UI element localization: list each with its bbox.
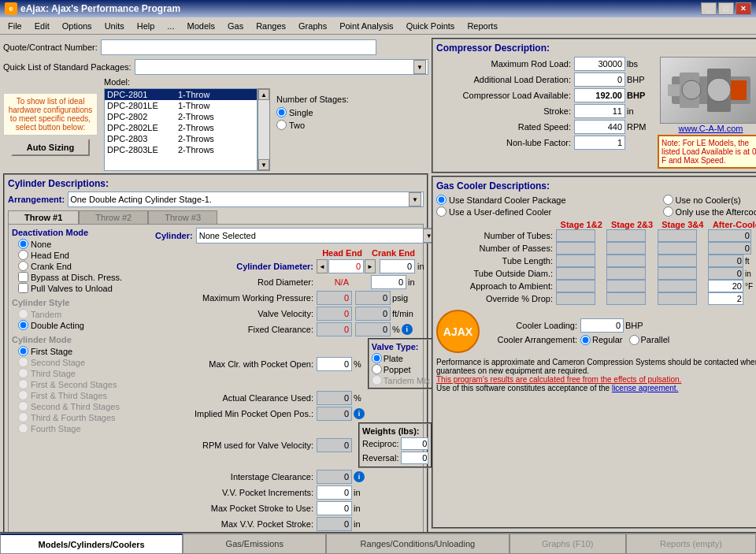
rod-crank-input[interactable] — [371, 275, 406, 289]
menu-ellipsis[interactable]: ... — [161, 20, 180, 32]
single-radio-label[interactable]: Single — [276, 107, 349, 117]
mode-third-fourth[interactable]: Third & Fourth Stages — [18, 412, 152, 422]
tubes-34-input[interactable] — [658, 229, 697, 242]
mode-first-third[interactable]: First & Third Stages — [18, 390, 152, 400]
tab-gas[interactable]: Gas/Emissions — [183, 534, 326, 554]
stroke-input[interactable] — [574, 104, 625, 118]
no-cooler-radio[interactable] — [663, 195, 673, 205]
close-button[interactable]: ✕ — [736, 2, 751, 15]
scroll-up-button[interactable]: ▲ — [258, 89, 269, 100]
deact-pull[interactable]: Pull Valves to Unload — [18, 283, 152, 293]
valve-plate[interactable]: Plate — [372, 353, 435, 363]
app-34-input[interactable] — [658, 280, 697, 292]
ovr-34-input[interactable] — [658, 292, 697, 305]
fixed-clr-crank-input[interactable] — [355, 322, 391, 336]
menu-reports[interactable]: Reports — [461, 20, 504, 32]
tod-after-input[interactable] — [708, 267, 743, 280]
deact-bypass[interactable]: Bypass at Disch. Press. — [18, 272, 152, 282]
fixed-clr-info-icon[interactable]: i — [402, 324, 413, 335]
two-radio[interactable] — [276, 120, 287, 130]
tl-after-input[interactable] — [708, 255, 743, 267]
info-text-2[interactable]: This program's results are calculated fr… — [436, 375, 681, 384]
throw-tab-3[interactable]: Throw #3 — [148, 210, 217, 224]
arrangement-dropdown[interactable]: ▼ — [409, 192, 421, 206]
single-radio[interactable] — [276, 107, 287, 117]
cooler-loading-input[interactable] — [580, 318, 624, 333]
mode-second[interactable]: Second Stage — [18, 357, 152, 367]
interstage-info-icon[interactable]: i — [354, 471, 365, 482]
comp-load-input[interactable] — [574, 88, 625, 102]
tab-graphs[interactable]: Graphs (F10) — [510, 534, 626, 554]
ovr-23-input[interactable] — [606, 292, 646, 305]
menu-edit[interactable]: Edit — [28, 20, 56, 32]
mode-first-second[interactable]: First & Second Stages — [18, 379, 152, 389]
diam-inc-button[interactable]: ► — [365, 259, 376, 273]
maximize-button[interactable]: □ — [718, 2, 734, 15]
valve-vel-head-input[interactable] — [317, 307, 352, 321]
tubes-23-input[interactable] — [606, 229, 646, 242]
minimize-button[interactable]: _ — [701, 2, 717, 15]
scroll-down-button[interactable]: ▼ — [258, 159, 269, 170]
tab-models[interactable]: Models/Cylinders/Coolers — [0, 534, 183, 554]
tab-reports[interactable]: Reports (empty) — [626, 534, 756, 554]
tod-34-input[interactable] — [658, 267, 697, 280]
implied-min-input[interactable] — [317, 407, 352, 421]
rpm-valve-input[interactable] — [317, 438, 352, 452]
app-after-input[interactable] — [708, 280, 743, 292]
valve-tandem[interactable]: Tandem Mix — [372, 375, 435, 385]
cam-link[interactable]: www.C-A-M.com — [679, 124, 743, 133]
menu-gas[interactable]: Gas — [221, 20, 250, 32]
actual-clr-input[interactable] — [317, 391, 352, 405]
tl-34-input[interactable] — [658, 255, 697, 267]
valve-poppet[interactable]: Poppet — [372, 364, 435, 374]
model-list-item[interactable]: DPC-2802LE 2-Throws — [105, 122, 257, 133]
passes-34-input[interactable] — [658, 242, 697, 255]
parallel-radio-label[interactable]: Parallel — [629, 335, 670, 345]
deact-crank[interactable]: Crank End — [18, 261, 152, 271]
user-cooler-radio-label[interactable]: Use a User-defined Cooler — [436, 206, 566, 217]
app-23-input[interactable] — [606, 280, 646, 292]
model-list-item[interactable]: DPC-2803LE 2-Throws — [105, 144, 257, 155]
mode-third[interactable]: Third Stage — [18, 368, 152, 378]
mode-fourth[interactable]: Fourth Stage — [18, 423, 152, 433]
max-press-crank-input[interactable] — [355, 291, 391, 305]
user-cooler-radio[interactable] — [436, 206, 447, 217]
nonlube-input[interactable] — [574, 136, 625, 150]
std-cooler-radio[interactable] — [436, 195, 447, 205]
max-vv-input[interactable] — [317, 517, 352, 531]
ovr-after-input[interactable] — [708, 292, 743, 305]
mode-second-third[interactable]: Second & Third Stages — [18, 401, 152, 411]
passes-12-input[interactable] — [556, 242, 595, 255]
throw-tab-1[interactable]: Throw #1 — [8, 210, 79, 224]
throw-tab-2[interactable]: Throw #2 — [79, 210, 148, 224]
diam-dec-button[interactable]: ◄ — [317, 259, 328, 273]
menu-models[interactable]: Models — [180, 20, 220, 32]
menu-ranges[interactable]: Ranges — [250, 20, 292, 32]
passes-23-input[interactable] — [606, 242, 646, 255]
model-list-item[interactable]: DPC-2803 2-Throws — [105, 133, 257, 144]
menu-point-analysis[interactable]: Point Analysis — [333, 20, 399, 32]
max-pocket-input[interactable] — [317, 501, 352, 515]
tod-12-input[interactable] — [556, 267, 595, 280]
max-rod-input[interactable] — [574, 57, 625, 71]
model-list-item[interactable]: DPC-2801 1-Throw — [105, 89, 257, 100]
no-cooler-radio-label[interactable]: Use no Cooler(s) — [663, 195, 756, 205]
deact-head[interactable]: Head End — [18, 250, 152, 260]
regular-radio[interactable] — [580, 335, 591, 345]
deact-none[interactable]: None — [18, 239, 152, 249]
ovr-12-input[interactable] — [556, 292, 595, 305]
menu-file[interactable]: File — [2, 20, 28, 32]
mode-first[interactable]: First Stage — [18, 346, 152, 356]
diam-crank-input[interactable] — [380, 259, 415, 273]
tab-ranges[interactable]: Ranges/Conditions/Unloading — [326, 534, 509, 554]
quick-list-dropdown[interactable]: ▼ — [413, 60, 426, 74]
tubes-after-input[interactable] — [708, 229, 751, 242]
model-list-item[interactable]: DPC-2801LE 1-Throw — [105, 100, 257, 111]
quote-input[interactable] — [101, 39, 376, 55]
tubes-12-input[interactable] — [556, 229, 595, 242]
fixed-clr-head-input[interactable] — [317, 322, 352, 336]
tl-23-input[interactable] — [606, 255, 646, 267]
menu-quick-points[interactable]: Quick Points — [400, 20, 461, 32]
std-cooler-radio-label[interactable]: Use Standard Cooler Package — [436, 195, 566, 205]
max-press-head-input[interactable] — [317, 291, 352, 305]
